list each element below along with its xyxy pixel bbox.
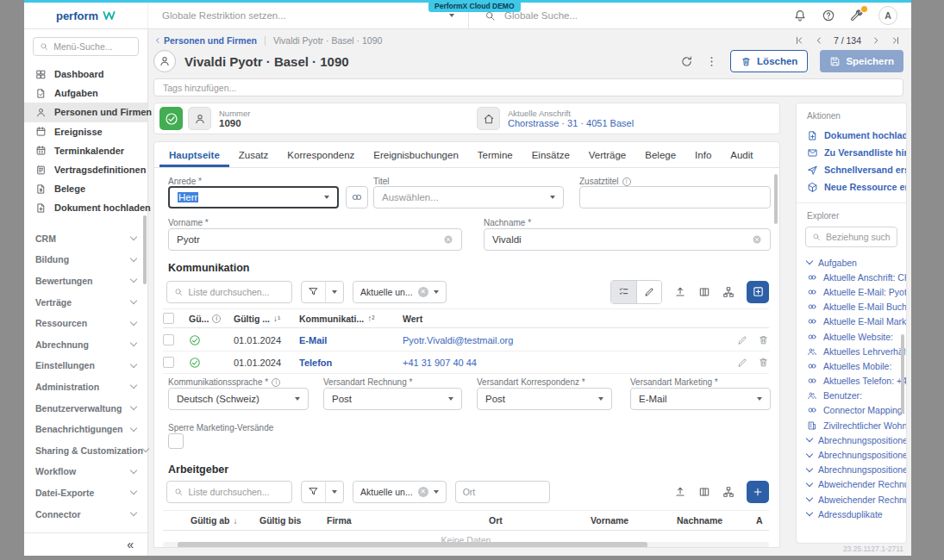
- chip-clear-icon[interactable]: ✕: [418, 287, 428, 297]
- explorer-item[interactable]: Abrechnungspositionen: [797, 447, 906, 462]
- explorer-item[interactable]: Aktuelle E-Mail Marketin...: [797, 314, 906, 329]
- explorer-item[interactable]: Abrechnungspositionen: [797, 432, 906, 447]
- kebab-menu-icon[interactable]: [705, 55, 718, 68]
- delete-row-icon[interactable]: [758, 334, 769, 345]
- main-card-scrollbar-thumb[interactable]: [774, 174, 778, 224]
- tab-vertraege[interactable]: Verträge: [579, 142, 635, 167]
- nachname-input[interactable]: [492, 234, 752, 245]
- tab-hauptseite[interactable]: Hauptseite: [159, 142, 229, 167]
- list-search-input[interactable]: [188, 287, 284, 297]
- add-kommunikation-button[interactable]: [747, 281, 769, 303]
- tab-info[interactable]: Info: [685, 142, 721, 167]
- sidebar-item-vertragsdefinitionen[interactable]: Vertragsdefinitionen: [24, 160, 147, 179]
- kommunikation-type-link[interactable]: E-Mail: [299, 335, 403, 345]
- sidebar-section-benutzerverwaltung[interactable]: Benutzerverwaltung: [24, 397, 147, 419]
- anrede-select[interactable]: Herr: [168, 186, 339, 208]
- nachname-field[interactable]: [484, 228, 771, 251]
- bell-icon[interactable]: [793, 9, 807, 22]
- zusatztitel-field[interactable]: [579, 186, 771, 208]
- delete-button[interactable]: Löschen: [730, 50, 808, 72]
- sidebar-section-bildung[interactable]: Bildung: [24, 249, 147, 271]
- columns-icon[interactable]: [698, 286, 710, 298]
- save-button[interactable]: Speichern: [820, 50, 903, 72]
- user-avatar[interactable]: A: [878, 6, 897, 25]
- explorer-item[interactable]: Aktuelle Website:: [797, 329, 906, 344]
- action-neue-ressource[interactable]: Neue Ressource erstellen: [797, 178, 906, 196]
- kommunikation-value-link[interactable]: Pyotr.Vivaldi@testmail.org: [403, 335, 634, 345]
- person-type-button[interactable]: [188, 107, 211, 130]
- refresh-icon[interactable]: [680, 55, 693, 68]
- filter-dropdown-cell[interactable]: [325, 282, 343, 302]
- ort-filter-input[interactable]: [463, 487, 542, 497]
- sidebar-section-ressourcen[interactable]: Ressourcen: [24, 313, 147, 334]
- clear-icon[interactable]: [752, 234, 762, 245]
- anrede-link-button[interactable]: [346, 186, 368, 208]
- edit-row-icon[interactable]: [737, 334, 748, 345]
- sidebar-item-dashboard[interactable]: Dashboard: [24, 65, 147, 84]
- breadcrumb-back-link[interactable]: Personen und Firmen: [153, 35, 257, 46]
- titel-select[interactable]: Auswählen...: [373, 186, 564, 208]
- edit-view-toggle[interactable]: [636, 281, 661, 303]
- tab-audit[interactable]: Audit: [721, 142, 762, 167]
- explorer-item[interactable]: Aktuelle E-Mail: Pyotr.Vi...: [797, 284, 906, 299]
- action-zu-versandliste[interactable]: Zu Versandliste hinzufü...: [797, 144, 906, 161]
- sperre-marketing-checkbox[interactable]: [168, 433, 184, 449]
- sidebar-section-sharing-customization[interactable]: Sharing & Customization: [24, 439, 147, 461]
- sidebar-item-dokument-hochladen[interactable]: Dokument hochladen: [24, 198, 147, 217]
- first-page-icon[interactable]: [794, 35, 804, 46]
- vorname-input[interactable]: [177, 234, 443, 245]
- sidebar-section-connector[interactable]: Connector: [24, 503, 147, 525]
- tab-einsaetze[interactable]: Einsätze: [522, 142, 579, 167]
- select-all-checkbox[interactable]: [163, 313, 174, 324]
- sidebar-section-benachrichtigungen[interactable]: Benachrichtigungen: [24, 419, 147, 440]
- kommunikation-row[interactable]: 01.01.2024 Telefon +41 31 907 40 44: [163, 352, 769, 374]
- tab-korrespondenz[interactable]: Korrespondenz: [278, 142, 364, 167]
- app-logo[interactable]: perform: [24, 3, 148, 28]
- panel-scrollbar-thumb[interactable]: [901, 334, 904, 414]
- filter-dropdown-cell[interactable]: [325, 482, 343, 502]
- export-icon[interactable]: [674, 486, 686, 498]
- versandart-marketing-select[interactable]: E-Mail: [630, 388, 771, 410]
- explorer-item[interactable]: Zivilrechtlicher Wohnsit...: [797, 418, 906, 432]
- action-dokument-hochladen[interactable]: Dokument hochladen: [797, 127, 906, 144]
- filter-chip[interactable]: Aktuelle un... ✕: [353, 481, 447, 503]
- filter-button[interactable]: [301, 481, 344, 503]
- filter-icon-cell[interactable]: [302, 282, 325, 302]
- last-page-icon[interactable]: [891, 35, 901, 46]
- explorer-item[interactable]: Aktuelles Mobile:: [797, 358, 906, 373]
- clear-icon[interactable]: [443, 234, 453, 245]
- versandart-korrespondenz-select[interactable]: Post: [477, 388, 612, 410]
- row-checkbox[interactable]: [163, 334, 174, 345]
- tab-termine[interactable]: Termine: [468, 142, 522, 167]
- settings-wrench[interactable]: [850, 9, 864, 22]
- add-arbeitgeber-button[interactable]: [747, 481, 769, 503]
- columns-icon[interactable]: [698, 486, 710, 498]
- explorer-item[interactable]: Connector Mapping:: [797, 403, 906, 418]
- delete-row-icon[interactable]: [758, 357, 769, 368]
- kommunikation-type-link[interactable]: Telefon: [299, 358, 403, 368]
- sidebar-section-bewertungen[interactable]: Bewertungen: [24, 271, 147, 292]
- relation-search-input[interactable]: [826, 232, 891, 242]
- list-search[interactable]: [166, 481, 292, 503]
- explorer-item[interactable]: Adressduplikate: [797, 507, 906, 521]
- export-icon[interactable]: [674, 286, 686, 298]
- row-checkbox[interactable]: [163, 357, 174, 368]
- address-link[interactable]: Chorstrasse · 31 · 4051 Basel: [508, 118, 634, 129]
- help-icon[interactable]: [822, 9, 835, 22]
- previous-page-icon[interactable]: [814, 35, 824, 46]
- menu-search[interactable]: [33, 37, 139, 56]
- list-search-input[interactable]: [188, 487, 284, 497]
- explorer-item[interactable]: Abweichender Rechnun...: [797, 492, 906, 507]
- kommunikation-row[interactable]: 01.01.2024 E-Mail Pyotr.Vivaldi@testmail…: [163, 329, 769, 352]
- chip-clear-icon[interactable]: ✕: [418, 487, 428, 497]
- vorname-field[interactable]: [168, 228, 462, 251]
- home-button[interactable]: [477, 107, 500, 130]
- sidebar-item-aufgaben[interactable]: Aufgaben: [24, 84, 147, 103]
- explorer-item[interactable]: Abweichender Rechnun...: [797, 477, 906, 492]
- explorer-item[interactable]: Abrechnungspositionen: [797, 463, 906, 477]
- checklist-view-toggle[interactable]: [611, 281, 636, 303]
- relation-search[interactable]: [805, 227, 897, 247]
- sidebar-section-workflow[interactable]: Workflow: [24, 461, 147, 482]
- sidebar-section-abrechnung[interactable]: Abrechnung: [24, 333, 147, 355]
- sidebar-section-vertraege[interactable]: Verträge: [24, 291, 147, 313]
